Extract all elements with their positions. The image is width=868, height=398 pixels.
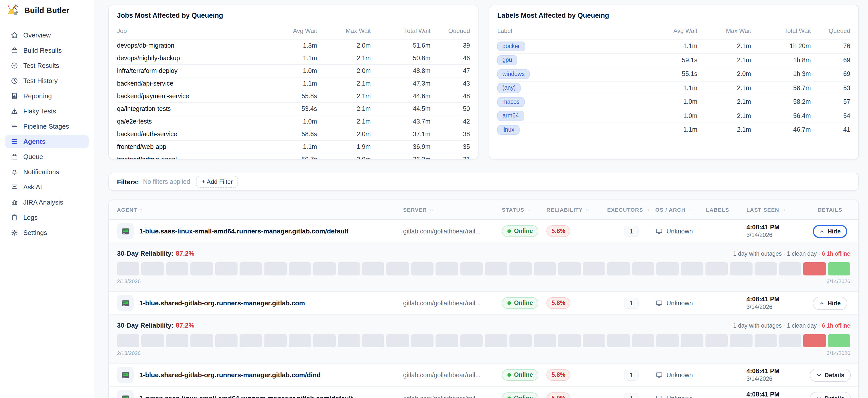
jobs-table: Job Avg Wait Max Wait Total Wait Queued … — [117, 23, 470, 159]
pager-icon — [117, 367, 134, 383]
hide-details-button[interactable]: Hide — [813, 297, 847, 310]
job-avg-wait: 55.8s — [273, 90, 317, 102]
sidebar-item-queue[interactable]: Queue — [5, 150, 89, 163]
strip-start-date: 2/13/2026 — [117, 350, 141, 356]
day-cell — [117, 334, 140, 347]
sidebar-item-overview[interactable]: Overview — [5, 28, 89, 42]
label-total-wait: 1h 20m — [751, 39, 811, 53]
agent-server: gitlab.com/goliathbear/rail... — [403, 227, 502, 235]
agent-row[interactable]: 1-blue.shared-gitlab-org.runners-manager… — [109, 292, 858, 315]
show-details-button[interactable]: Details — [810, 368, 851, 381]
job-avg-wait: 1.1m — [273, 77, 317, 90]
job-queued: 31 — [430, 153, 470, 159]
job-row: devops/nightly-backup 1.1m 2.1m 50.8m 46 — [117, 52, 470, 65]
gear-icon — [11, 229, 18, 237]
filters-label: Filters: — [117, 178, 139, 186]
label-max-wait: 2.1m — [698, 123, 751, 137]
job-queued: 35 — [430, 141, 470, 153]
day-cell — [730, 334, 752, 347]
label-chip: windows — [497, 69, 530, 79]
label-queued: 69 — [811, 67, 850, 81]
status-dot-icon — [507, 229, 511, 233]
sidebar-item-reporting[interactable]: Reporting — [5, 89, 89, 103]
job-row: backend/auth-service 58.6s 2.0m 37.1m 38 — [117, 128, 470, 141]
sidebar-item-pipeline-stages[interactable]: Pipeline Stages — [5, 120, 89, 133]
job-row: devops/db-migration 1.3m 2.0m 51.6m 39 — [117, 39, 470, 52]
job-name: backend/payment-service — [117, 90, 273, 102]
add-filter-button[interactable]: + Add Filter — [196, 176, 238, 188]
label-row: arm64 1.0m 2.1m 56.4m 54 — [497, 109, 850, 123]
app-title: Build Butler — [24, 6, 69, 15]
labels-queueing-card: Labels Most Affected by Queueing Label A… — [489, 5, 859, 159]
col-os-arch[interactable]: OS / ARCH↑↓ — [655, 207, 706, 213]
job-total-wait: 44.5m — [371, 102, 430, 115]
label-queued: 57 — [811, 95, 850, 109]
day-cell — [803, 334, 826, 347]
day-cell — [509, 262, 532, 275]
day-cell — [534, 334, 556, 347]
reliability-summary: 1 day with outages · 1 clean day · — [733, 323, 822, 329]
col-status[interactable]: STATUS↑↓ — [502, 207, 547, 213]
day-cell — [362, 262, 384, 275]
day-cell — [656, 262, 679, 275]
labels-table: Label Avg Wait Max Wait Total Wait Queue… — [497, 23, 850, 137]
agent-os: Unknown — [666, 371, 693, 378]
label-avg-wait: 1.0m — [653, 95, 698, 109]
reliability-title: 30-Day Reliability: — [117, 250, 174, 257]
day-cell — [803, 262, 826, 275]
job-name: backend/auth-service — [117, 128, 273, 141]
label-avg-wait: 1.1m — [653, 123, 698, 137]
clock-icon — [11, 77, 18, 85]
sidebar-item-ask-ai[interactable]: Ask AI — [5, 180, 89, 194]
reliability-badge: 5.8% — [547, 369, 570, 381]
agents-table-card: AGENT↑ SERVER↑↓ STATUS↑↓ RELIABILITY↑↓ E… — [108, 200, 859, 398]
agent-row[interactable]: 1-blue.saas-linux-small-amd64.runners-ma… — [109, 220, 858, 243]
reliability-value: 87.2% — [176, 322, 194, 329]
job-row: backend/api-service 1.1m 2.1m 47.3m 43 — [117, 77, 470, 90]
agent-row[interactable]: 1-blue.shared-gitlab-org.runners-manager… — [109, 364, 858, 387]
label-row: (any) 1.1m 2.1m 58.7m 53 — [497, 81, 850, 95]
label-total-wait: 1h 8m — [751, 53, 811, 67]
job-avg-wait: 58.6s — [273, 128, 317, 141]
job-queued: 48 — [430, 90, 470, 102]
col-reliability[interactable]: RELIABILITY↑↓ — [547, 207, 607, 213]
agent-os: Unknown — [666, 395, 693, 398]
pager-icon — [117, 390, 134, 398]
agents-table-header: AGENT↑ SERVER↑↓ STATUS↑↓ RELIABILITY↑↓ E… — [109, 200, 858, 220]
job-avg-wait: 1.0m — [273, 65, 317, 77]
col-agent[interactable]: AGENT↑ — [117, 207, 403, 213]
jobs-queueing-card: Jobs Most Affected by Queueing Job Avg W… — [108, 5, 478, 159]
job-queued: 47 — [430, 65, 470, 77]
day-cell — [289, 334, 311, 347]
sidebar-item-agents[interactable]: Agents — [5, 135, 89, 148]
sidebar-item-jira-analysis[interactable]: JIRA Analysis — [5, 195, 89, 209]
label-queued: 41 — [811, 123, 850, 137]
job-queued: 39 — [430, 39, 470, 52]
sidebar-item-logs[interactable]: Logs — [5, 211, 89, 224]
job-avg-wait: 1.1m — [273, 141, 317, 153]
col-executors[interactable]: EXECUTORS↑↓ — [607, 207, 655, 213]
sidebar-item-build-results[interactable]: Build Results — [5, 43, 89, 57]
label-max-wait: 2.1m — [698, 109, 751, 123]
status-dot-icon — [507, 301, 511, 305]
sidebar-item-notifications[interactable]: Notifications — [5, 165, 89, 179]
sidebar-item-test-history[interactable]: Test History — [5, 74, 89, 88]
label-queued: 53 — [811, 81, 850, 95]
sidebar-item-flaky-tests[interactable]: Flaky Tests — [5, 104, 89, 118]
job-avg-wait: 1.0m — [273, 115, 317, 128]
filters-bar: Filters: No filters applied + Add Filter — [108, 173, 859, 191]
col-last-seen[interactable]: LAST SEEN↑↓ — [746, 207, 810, 213]
hide-details-button[interactable]: Hide — [813, 224, 847, 238]
label-chip: (any) — [497, 83, 521, 93]
jobs-table-header: Job Avg Wait Max Wait Total Wait Queued — [117, 23, 470, 39]
job-total-wait: 48.8m — [371, 65, 430, 77]
day-cell — [313, 262, 336, 275]
sidebar-item-settings[interactable]: Settings — [5, 226, 89, 240]
col-server[interactable]: SERVER↑↓ — [403, 207, 502, 213]
status-badge: Online — [502, 225, 538, 237]
day-cell — [264, 262, 287, 275]
strip-end-date: 3/14/2026 — [827, 350, 850, 356]
sidebar-item-test-results[interactable]: Test Results — [5, 59, 89, 72]
show-details-button[interactable]: Details — [810, 392, 851, 398]
agent-row[interactable]: 1-green.saas-linux-small-amd64.runners-m… — [109, 387, 858, 398]
